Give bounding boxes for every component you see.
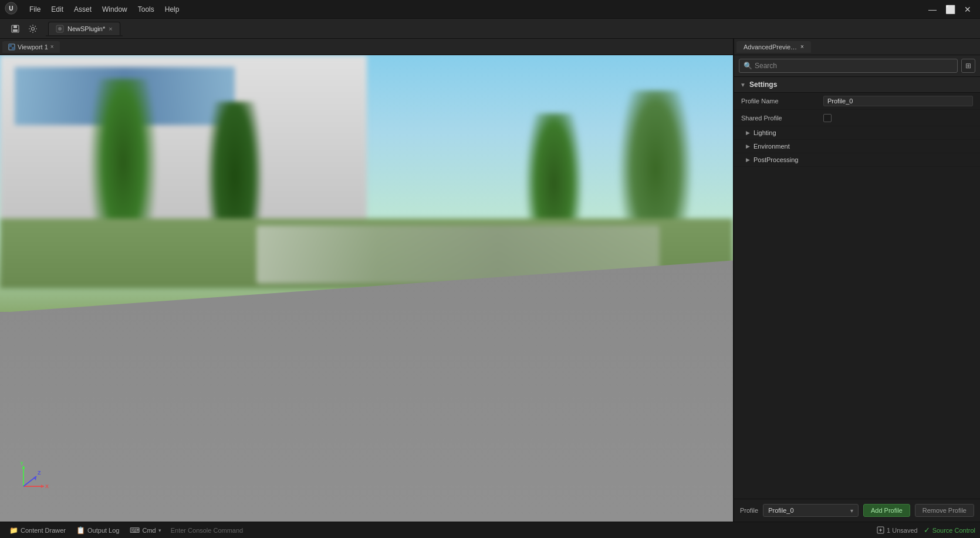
- environment-section-title: Environment: [753, 143, 790, 150]
- lighting-arrow-icon: ▶: [746, 130, 750, 136]
- svg-marker-12: [41, 485, 44, 488]
- main-tab[interactable]: NewSPlugin* ×: [48, 22, 120, 35]
- source-control-icon: ✓: [924, 526, 930, 534]
- svg-text:Z: Z: [38, 470, 41, 476]
- svg-rect-4: [13, 29, 18, 32]
- unsaved-status[interactable]: 1 Unsaved: [877, 526, 918, 534]
- grid-view-button[interactable]: ⊞: [961, 59, 975, 73]
- svg-text:X: X: [45, 483, 49, 489]
- console-input[interactable]: [167, 526, 876, 535]
- menu-bar: File Edit Asset Window Tools Help: [25, 3, 925, 16]
- viewport-tab-bar: Viewport 1 ×: [0, 39, 733, 55]
- panel-content: ▼ Settings Profile Name Shared Profile: [734, 77, 980, 499]
- content-drawer-label: Content Drawer: [21, 527, 66, 534]
- save-button[interactable]: [7, 21, 23, 37]
- menu-edit[interactable]: Edit: [46, 3, 68, 16]
- viewport-tab-close-button[interactable]: ×: [50, 43, 54, 50]
- window-controls: — ⬜ ✕: [925, 4, 975, 15]
- viewport-tab[interactable]: Viewport 1 ×: [2, 41, 60, 53]
- close-button[interactable]: ✕: [960, 4, 975, 15]
- bottom-bar: 📁 Content Drawer 📋 Output Log ⌨ Cmd ▾ 1 …: [0, 522, 980, 538]
- tab-label: NewSPlugin*: [67, 25, 105, 32]
- environment-section-header[interactable]: ▶ Environment: [734, 140, 980, 153]
- menu-tools[interactable]: Tools: [133, 3, 159, 16]
- svg-point-7: [58, 27, 62, 31]
- profile-footer-label: Profile: [740, 507, 758, 514]
- shared-profile-value: [823, 114, 973, 122]
- profile-name-row: Profile Name: [734, 93, 980, 110]
- postprocessing-section-header[interactable]: ▶ PostProcessing: [734, 153, 980, 167]
- viewport-tab-label: Viewport 1: [18, 43, 48, 51]
- cmd-button[interactable]: ⌨ Cmd ▾: [125, 525, 165, 536]
- settings-section-title: Settings: [749, 80, 777, 89]
- advanced-preview-tab[interactable]: AdvancedPrevie… ×: [736, 41, 811, 53]
- profile-name-input[interactable]: [823, 96, 973, 106]
- source-control-label: Source Control: [932, 527, 975, 534]
- tab-close-button[interactable]: ×: [109, 25, 112, 32]
- tab-bar: NewSPlugin* ×: [0, 19, 980, 39]
- menu-help[interactable]: Help: [160, 3, 184, 16]
- menu-window[interactable]: Window: [97, 3, 132, 16]
- menu-file[interactable]: File: [25, 3, 45, 16]
- profile-dropdown[interactable]: Profile_0 ▾: [763, 504, 859, 517]
- shared-profile-checkbox[interactable]: [823, 114, 832, 122]
- settings-button[interactable]: [25, 21, 41, 37]
- toolbar-icons: [2, 21, 46, 37]
- viewport-container: Viewport 1 ×: [0, 39, 734, 522]
- profile-dropdown-value: Profile_0: [768, 507, 793, 514]
- search-container: 🔍: [739, 59, 958, 73]
- output-log-label: Output Log: [87, 527, 119, 534]
- main-layout: Viewport 1 ×: [0, 39, 980, 522]
- add-profile-button[interactable]: Add Profile: [863, 504, 910, 517]
- lighting-section-header[interactable]: ▶ Lighting: [734, 126, 980, 140]
- cmd-dropdown-icon: ▾: [158, 527, 161, 533]
- lighting-section-title: Lighting: [753, 129, 776, 136]
- unsaved-icon: [877, 526, 884, 534]
- environment-arrow-icon: ▶: [746, 143, 750, 149]
- tab-icon: [56, 25, 64, 33]
- panel-tab-label: AdvancedPrevie…: [744, 43, 797, 51]
- svg-text:U: U: [9, 5, 13, 11]
- unsaved-label: 1 Unsaved: [887, 527, 918, 534]
- engine-logo: U: [5, 2, 20, 17]
- profile-name-value: [823, 96, 973, 106]
- svg-rect-3: [13, 25, 17, 28]
- svg-text:Y: Y: [20, 460, 23, 466]
- dropdown-arrow-icon: ▾: [850, 507, 853, 514]
- source-control-status[interactable]: ✓ Source Control: [924, 526, 975, 534]
- panel-footer: Profile Profile_0 ▾ Add Profile Remove P…: [734, 499, 980, 522]
- status-right: 1 Unsaved ✓ Source Control: [877, 526, 975, 534]
- right-panel: AdvancedPrevie… × 🔍 ⊞ ▼ Settings Profi: [734, 39, 980, 522]
- cmd-label: Cmd: [142, 527, 156, 534]
- postprocessing-section-title: PostProcessing: [753, 156, 798, 163]
- panel-tab-close-button[interactable]: ×: [800, 43, 804, 50]
- svg-rect-9: [9, 44, 12, 47]
- content-drawer-button[interactable]: 📁 Content Drawer: [5, 525, 70, 536]
- minimize-button[interactable]: —: [925, 4, 940, 15]
- panel-search-area: 🔍 ⊞: [734, 55, 980, 77]
- postprocessing-arrow-icon: ▶: [746, 157, 750, 163]
- svg-point-5: [32, 27, 35, 30]
- settings-arrow-icon: ▼: [739, 80, 747, 89]
- scene-background: [0, 55, 733, 288]
- content-drawer-icon: 📁: [9, 526, 18, 534]
- output-log-icon: 📋: [76, 526, 85, 534]
- search-input[interactable]: [739, 59, 958, 73]
- maximize-button[interactable]: ⬜: [942, 4, 958, 15]
- axes-svg: X Y Z: [18, 460, 50, 492]
- svg-rect-10: [12, 47, 15, 50]
- viewport-content[interactable]: X Y Z: [0, 55, 733, 522]
- panel-tab-bar: AdvancedPrevie… ×: [734, 39, 980, 55]
- menu-asset[interactable]: Asset: [69, 3, 96, 16]
- shared-profile-label: Shared Profile: [741, 115, 823, 122]
- title-bar: U File Edit Asset Window Tools Help — ⬜ …: [0, 0, 980, 19]
- settings-section-header[interactable]: ▼ Settings: [734, 77, 980, 93]
- profile-name-label: Profile Name: [741, 97, 823, 105]
- output-log-button[interactable]: 📋 Output Log: [72, 525, 124, 536]
- cmd-icon: ⌨: [130, 526, 140, 534]
- grid-icon: ⊞: [965, 62, 971, 70]
- shared-profile-row: Shared Profile: [734, 110, 980, 126]
- remove-profile-button[interactable]: Remove Profile: [915, 504, 974, 517]
- coordinate-axes: X Y Z: [18, 460, 50, 492]
- viewport-icon: [8, 43, 15, 51]
